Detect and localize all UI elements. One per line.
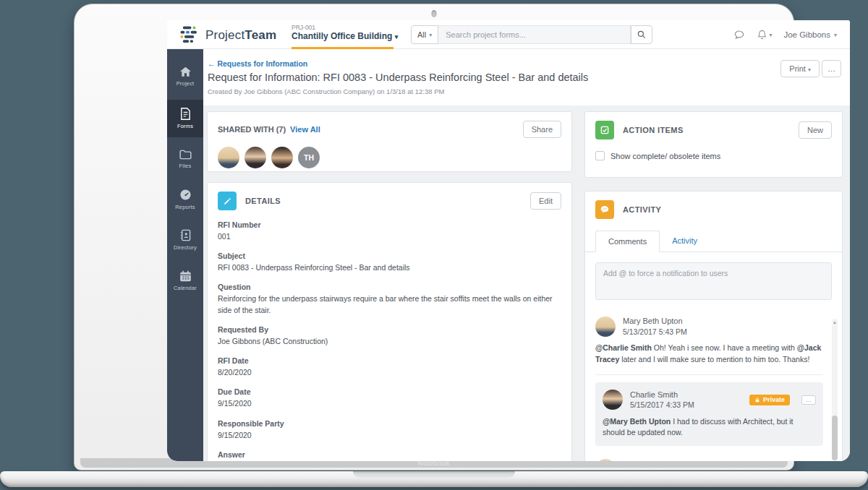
project-code: PRJ-001 [292, 24, 397, 31]
comment-input[interactable] [595, 262, 832, 300]
show-complete-label: Show complete/ obsolete items [610, 152, 720, 160]
detail-field: SubjectRFI 0083 - Underpass Reinforcing … [218, 252, 561, 273]
project-selector[interactable]: PRJ-001 Chantilly Office Building ▾ [292, 20, 397, 49]
share-button[interactable]: Share [523, 121, 561, 138]
detail-field: QuestionReinforcing for the underpass st… [218, 283, 561, 315]
left-column: SHARED WITH (7) View All Share TH [207, 111, 572, 461]
brand-logo-icon [179, 26, 200, 45]
chevron-down-icon: ▾ [808, 66, 811, 73]
comments-list: Mary Beth Upton 5/13/2017 5:43 PM @Charl… [595, 310, 823, 461]
brand-logo-text: ProjectTeam [205, 28, 276, 43]
avatar[interactable] [595, 317, 616, 337]
shared-avatars: TH [208, 145, 571, 170]
gauge-icon [179, 189, 192, 201]
search-icon [637, 30, 647, 40]
project-name: Chantilly Office Building ▾ [292, 31, 397, 41]
chevron-down-icon: ▾ [834, 32, 837, 38]
page-title: Request for Information: RFI 0083 - Unde… [208, 72, 588, 83]
main-content: ← Requests for Information Request for I… [203, 49, 850, 461]
right-column: ACTION ITEMS New Show complete/ obsolete… [584, 111, 843, 461]
chevron-down-icon: ▾ [769, 32, 772, 38]
pencil-icon [218, 192, 237, 210]
chevron-down-icon: ▾ [429, 32, 432, 38]
print-button[interactable]: Print ▾ [780, 60, 820, 77]
folder-icon [179, 150, 192, 160]
activity-tabs: Comments Activity [585, 231, 842, 252]
address-book-icon [180, 229, 191, 241]
comment-author: Mary Beth Upton [623, 316, 687, 327]
shared-with-heading: SHARED WITH (7) [218, 125, 286, 134]
speech-bubble-icon [595, 200, 614, 219]
messages-button[interactable] [733, 29, 745, 40]
document-icon [180, 108, 191, 120]
global-search: All▾ [411, 25, 652, 44]
action-items-card: ACTION ITEMS New Show complete/ obsolete… [584, 111, 843, 178]
header-actions: ▾ Joe Gibbons ▾ [733, 20, 837, 49]
app-header: ProjectTeam PRJ-001 Chantilly Office Bui… [167, 20, 850, 49]
tab-comments[interactable]: Comments [595, 231, 660, 252]
action-items-heading: ACTION ITEMS [623, 126, 684, 134]
activity-card: ACTIVITY Comments Activity Mary Beth U [584, 191, 843, 461]
detail-field: Responsible Party9/15/2020 [218, 419, 561, 441]
shared-with-card: SHARED WITH (7) View All Share TH [207, 111, 572, 172]
bell-icon [757, 29, 767, 40]
avatar-initials[interactable]: TH [298, 147, 320, 168]
avatar[interactable] [244, 147, 266, 168]
avatar[interactable] [603, 390, 623, 410]
sidebar-item-files[interactable]: Files [167, 140, 203, 178]
comment-more-button[interactable]: … [801, 395, 816, 405]
edit-button[interactable]: Edit [530, 192, 561, 210]
detail-field: RFI Date8/20/2020 [218, 356, 561, 378]
back-link[interactable]: ← Requests for Information [208, 59, 307, 68]
comment-private: Charlie Smith 5/15/2017 4:33 PM Private [595, 382, 823, 447]
sidebar-item-calendar[interactable]: Calendar [167, 262, 203, 299]
sidebar-item-directory[interactable]: Directory [167, 221, 203, 259]
brand-logo[interactable]: ProjectTeam [179, 26, 276, 45]
avatar[interactable] [218, 147, 239, 168]
scroll-up-arrow[interactable]: ▲ [832, 319, 838, 326]
sidebar-item-reports[interactable]: Reports [167, 181, 203, 218]
checkbox-check-icon [595, 121, 614, 139]
more-options-button[interactable]: … [822, 60, 841, 77]
comment-body: @Mary Beth Upton I had to discuss with A… [603, 416, 816, 439]
comment-timestamp: 5/15/2017 4:33 PM [630, 400, 694, 410]
user-menu[interactable]: Joe Gibbons ▾ [783, 30, 837, 39]
comment-timestamp: 5/13/2017 5:43 PM [623, 327, 687, 337]
show-complete-checkbox[interactable] [595, 151, 605, 160]
search-scope-dropdown[interactable]: All▾ [411, 25, 438, 44]
details-heading: DETAILS [245, 197, 281, 205]
activity-heading: ACTIVITY [623, 205, 661, 214]
comment: Mary Beth Upton 5/13/2017 5:43 PM @Charl… [595, 310, 823, 375]
detail-field: Requested ByJoe Gibbons (ABC Constructio… [218, 325, 561, 347]
back-arrow-icon: ← [208, 59, 216, 68]
details-card: DETAILS Edit RFI Number001 SubjectRFI 00… [207, 182, 572, 461]
search-button[interactable] [631, 25, 652, 44]
view-all-link[interactable]: View All [290, 125, 320, 134]
laptop-frame: Notebook Proj [74, 4, 794, 470]
page-header: ← Requests for Information Request for I… [203, 49, 850, 106]
comment: Mary Beth Upton [595, 453, 823, 461]
avatar[interactable] [595, 459, 616, 461]
detail-field: RFI Number001 [218, 220, 561, 242]
tab-activity[interactable]: Activity [660, 231, 710, 252]
chat-bubble-icon [733, 29, 745, 40]
search-input[interactable] [438, 25, 631, 44]
ellipsis-icon: … [827, 64, 835, 73]
sidebar-item-forms[interactable]: Forms [167, 100, 203, 137]
scrollbar-thumb[interactable] [832, 416, 838, 460]
laptop-lid-notch [353, 471, 515, 478]
sidebar-item-project[interactable]: Project [167, 58, 203, 95]
app-screen: ProjectTeam PRJ-001 Chantilly Office Bui… [167, 20, 850, 461]
comment-body: @Charlie Smith Oh! Yeah i see now. I hav… [595, 343, 823, 366]
new-action-item-button[interactable]: New [799, 121, 832, 139]
avatar[interactable] [271, 147, 293, 168]
lock-icon [754, 397, 760, 403]
user-name: Joe Gibbons [783, 30, 830, 39]
private-badge: Private [749, 395, 790, 405]
detail-field: Due Date9/15/2020 [218, 387, 561, 409]
webcam-dot [432, 10, 437, 17]
sidebar-nav: Project Forms Files Reports [167, 49, 203, 461]
home-icon [179, 66, 192, 77]
comments-scrollbar[interactable]: ▲ [832, 319, 838, 460]
notifications-button[interactable]: ▾ [757, 29, 772, 40]
